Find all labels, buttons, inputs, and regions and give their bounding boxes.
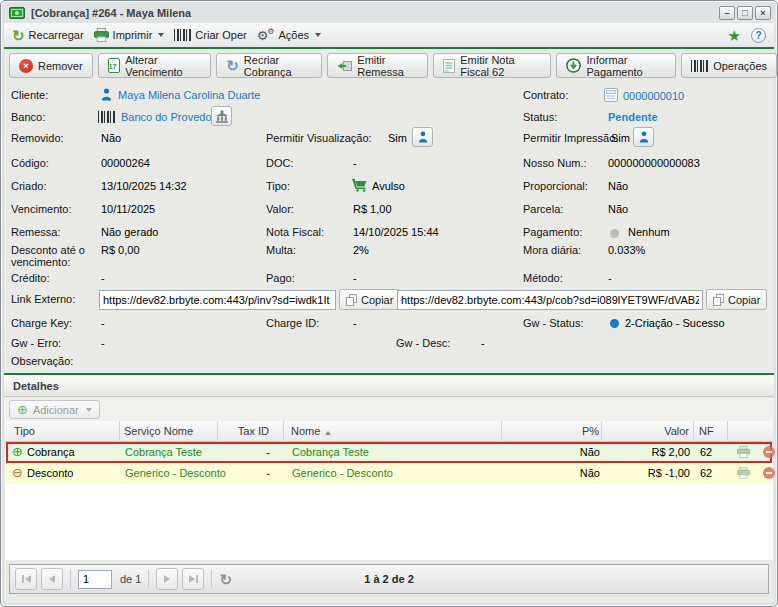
- pagamento-label: Pagamento:: [523, 226, 582, 238]
- imprimir-menu-item[interactable]: Imprimir: [94, 28, 165, 42]
- banco-label: Banco:: [11, 111, 45, 123]
- emitir-nota-fiscal-label: Emitir Nota Fiscal 62: [460, 54, 541, 78]
- page-number-input[interactable]: [78, 570, 112, 589]
- tipo-label: Tipo:: [266, 180, 290, 192]
- pago-label: Pago:: [266, 272, 295, 284]
- link-externo-input-1[interactable]: [99, 290, 336, 310]
- mora-diaria-value: 0.033%: [608, 244, 645, 256]
- desconto-value: R$ 0,00: [101, 244, 140, 256]
- link-externo-label: Link Externo:: [11, 293, 75, 305]
- acoes-label: Ações: [279, 29, 310, 41]
- contrato-link[interactable]: 0000000010: [623, 90, 684, 102]
- last-page-button[interactable]: [182, 568, 204, 590]
- remove-row-icon[interactable]: [763, 446, 775, 458]
- acoes-menu-item[interactable]: ⚙ ⚙ Ações: [257, 29, 321, 42]
- remover-label: Remover: [38, 60, 83, 72]
- column-header-nf[interactable]: NF: [699, 425, 714, 437]
- vencimento-label: Vencimento:: [11, 203, 72, 215]
- pagination-bar: de 1 ↻ 1 à 2 de 2: [9, 564, 769, 594]
- operacoes-button[interactable]: Operações: [681, 53, 777, 78]
- column-header-p[interactable]: P%: [505, 425, 599, 437]
- row-nome: Cobrança Teste: [292, 446, 369, 458]
- gw-erro-label: Gw - Erro:: [11, 337, 61, 349]
- recarregar-label: Recarregar: [29, 29, 84, 41]
- first-page-button[interactable]: [15, 568, 37, 590]
- chevron-down-icon: [86, 408, 92, 412]
- refresh-icon[interactable]: ↻: [219, 573, 232, 586]
- emitir-remessa-button[interactable]: Emitir Remessa: [327, 53, 428, 78]
- emitir-nota-fiscal-button[interactable]: Emitir Nota Fiscal 62: [433, 53, 551, 78]
- removido-value: Não: [101, 132, 121, 144]
- printer-icon: [94, 28, 109, 42]
- remove-row-icon[interactable]: [763, 467, 775, 479]
- barcode-icon: [98, 111, 115, 123]
- multa-label: Multa:: [266, 244, 296, 256]
- row-valor: R$ 2,00: [606, 446, 690, 458]
- detalhes-toolbar: ⊕ Adicionar: [4, 398, 774, 421]
- maximize-button[interactable]: □: [737, 6, 753, 20]
- detalhes-header: Detalhes: [4, 375, 774, 397]
- toggle-impressao-button[interactable]: [633, 127, 654, 147]
- prev-page-button[interactable]: [41, 568, 63, 590]
- adicionar-label: Adicionar: [33, 404, 79, 416]
- alterar-vencimento-button[interactable]: 17 Alterar Vencimento: [98, 53, 212, 78]
- next-page-button[interactable]: [156, 568, 178, 590]
- copiar-button-1[interactable]: Copiar: [339, 289, 400, 310]
- criado-label: Criado:: [11, 180, 46, 192]
- copiar-label: Copiar: [361, 294, 393, 306]
- row-nf: 62: [700, 446, 712, 458]
- remessa-icon: [337, 60, 352, 72]
- pago-value: -: [353, 272, 357, 284]
- charge-id-label: Charge ID:: [266, 317, 319, 329]
- remove-x-icon: ×: [19, 59, 33, 73]
- gear-small-icon: ⚙: [267, 25, 274, 38]
- cobranca-window: [Cobrança] #264 - Maya Milena – □ × ↻ Re…: [0, 0, 778, 607]
- column-header-nome[interactable]: Nome: [291, 425, 331, 437]
- table-row-desconto[interactable]: ⊖ Desconto Generico - Desconto - Generic…: [6, 463, 772, 484]
- column-header-valor[interactable]: Valor: [605, 425, 689, 437]
- row-nf: 62: [700, 467, 712, 479]
- alterar-vencimento-label: Alterar Vencimento: [125, 54, 201, 78]
- table-row-cobranca[interactable]: ⊕ Cobrança Cobrança Teste - Cobrança Tes…: [6, 442, 772, 463]
- recriar-cobranca-button[interactable]: ↻ Recriar Cobrança: [216, 53, 322, 78]
- print-row-icon[interactable]: [737, 467, 750, 479]
- row-tipo: Desconto: [27, 467, 73, 479]
- minimize-button[interactable]: –: [719, 6, 735, 20]
- link-externo-input-2[interactable]: [397, 290, 703, 310]
- adicionar-button[interactable]: ⊕ Adicionar: [9, 400, 100, 419]
- plus-circle-icon: ⊕: [17, 403, 28, 416]
- informar-pagamento-button[interactable]: Informar Pagamento: [556, 53, 676, 78]
- toggle-visualizacao-button[interactable]: [412, 127, 433, 147]
- bank-icon: [215, 110, 229, 123]
- copiar-button-2[interactable]: Copiar: [706, 289, 767, 310]
- imprimir-label: Imprimir: [113, 29, 153, 41]
- credito-label: Crédito:: [11, 272, 50, 284]
- nome-header-label: Nome: [291, 425, 320, 437]
- copy-icon: [713, 294, 724, 306]
- row-tax-id: -: [206, 446, 270, 458]
- close-button[interactable]: ×: [755, 6, 771, 20]
- column-header-tipo[interactable]: Tipo: [14, 425, 35, 437]
- codigo-value: 00000264: [101, 157, 150, 169]
- favorite-star-icon[interactable]: ★: [728, 28, 741, 43]
- bank-button[interactable]: [211, 106, 232, 126]
- detalhes-title: Detalhes: [13, 380, 59, 392]
- print-row-icon[interactable]: [737, 446, 750, 458]
- nota-fiscal-label: Nota Fiscal:: [266, 226, 324, 238]
- remover-button[interactable]: × Remover: [9, 53, 93, 78]
- banco-link[interactable]: Banco do Provedor: [121, 111, 215, 123]
- status-label: Status:: [523, 111, 557, 123]
- recarregar-menu-item[interactable]: ↻ Recarregar: [12, 29, 84, 42]
- payment-down-arrow-icon: [566, 58, 581, 73]
- row-p: Não: [506, 446, 600, 458]
- criar-oper-menu-item[interactable]: Criar Oper: [174, 29, 246, 41]
- informar-pagamento-label: Informar Pagamento: [586, 54, 666, 78]
- charge-key-value: -: [101, 317, 105, 329]
- column-header-tax-id[interactable]: Tax ID: [205, 425, 269, 437]
- parcela-value: Não: [608, 203, 628, 215]
- help-icon[interactable]: ?: [751, 28, 766, 43]
- column-header-servico[interactable]: Serviço Nome: [124, 425, 193, 437]
- action-button-row: × Remover 17 Alterar Vencimento ↻ Recria…: [9, 53, 777, 78]
- codigo-label: Código:: [11, 157, 49, 169]
- cliente-link[interactable]: Maya Milena Carolina Duarte: [118, 89, 260, 101]
